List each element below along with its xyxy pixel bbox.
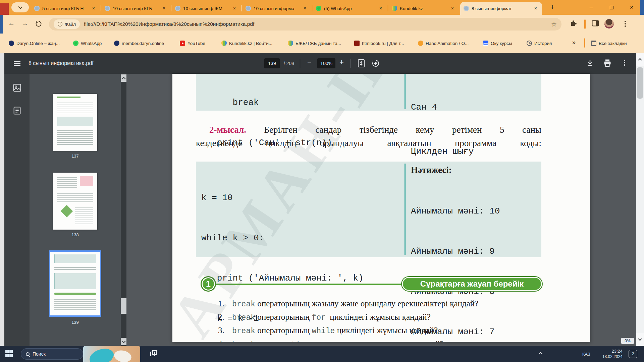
start-button[interactable] <box>5 350 13 358</box>
tab-active-pdf[interactable]: 8 сынып информат × <box>460 2 542 15</box>
bookmark-label: Оку курсы <box>491 41 512 46</box>
tab-2[interactable]: 10 сынып инф КГБ × <box>101 2 170 15</box>
tab-close-icon[interactable]: × <box>533 5 539 11</box>
bookmark-daryn[interactable]: Daryn.Online – жаң... <box>9 40 60 47</box>
bookmark-hand-animation[interactable]: Hand Animation / О... <box>418 40 469 47</box>
pdf-more-options-icon[interactable] <box>624 60 625 61</box>
bookmark-whatsapp[interactable]: WhatsApp <box>73 40 102 47</box>
zoom-level-input[interactable]: 100% <box>317 58 335 68</box>
tab-close-icon[interactable]: × <box>231 5 237 11</box>
file-chip-label: Файл <box>65 22 76 27</box>
code-block-divider <box>405 164 406 255</box>
question-4-clipped: 4.break және continue операторларының жұ… <box>218 340 443 342</box>
bookmark-oku-kursy[interactable]: Оку курсы <box>483 40 512 47</box>
bookmark-member-daryn[interactable]: member.daryn.online <box>114 40 164 47</box>
tab-4[interactable]: 10 сынып информа × <box>242 2 311 15</box>
browser-menu-icon[interactable] <box>625 21 626 22</box>
question-keyword: break <box>232 341 255 342</box>
tab-close-icon[interactable]: × <box>302 5 308 11</box>
extensions-icon[interactable] <box>570 20 577 27</box>
thumbnail-page-137[interactable] <box>53 94 97 151</box>
bookmark-history[interactable]: История <box>527 40 552 47</box>
tray-time[interactable]: 23:24 <box>600 349 623 354</box>
fit-to-page-icon[interactable] <box>357 59 366 68</box>
hand-icon <box>288 41 293 46</box>
page-number-input[interactable]: 139 <box>264 58 280 68</box>
print-icon[interactable] <box>603 59 612 67</box>
language-indicator[interactable]: КАЗ <box>582 352 590 357</box>
panel-scrollbar-thumb[interactable] <box>121 298 126 314</box>
bookmark-kundelik[interactable]: Kundelik.kz | Войти... <box>221 40 272 47</box>
tab-title: (5) WhatsApp <box>324 6 375 11</box>
pdf-menu-icon[interactable] <box>14 61 20 62</box>
bookmarks-bar: Daryn.Online – жаң... WhatsApp member.da… <box>0 34 644 53</box>
globe-favicon <box>34 6 40 11</box>
zoom-in-button[interactable]: + <box>339 58 344 67</box>
tab-close-icon[interactable]: × <box>161 5 167 11</box>
new-tab-button[interactable]: + <box>547 2 557 12</box>
back-button[interactable]: ← <box>8 19 15 27</box>
task-view-button[interactable] <box>150 350 158 358</box>
window-maximize-button[interactable] <box>603 0 620 15</box>
notification-center-button[interactable]: 2 <box>629 350 637 358</box>
question-keyword: while <box>312 327 335 336</box>
tab-3[interactable]: 10 сынып инф ЖМ × <box>172 2 241 15</box>
search-placeholder: Поиск <box>33 351 46 357</box>
panel-scroll-down-button[interactable] <box>121 338 126 345</box>
bookmark-star-icon[interactable]: ☆ <box>551 20 557 28</box>
thumbnail-preview <box>54 266 96 270</box>
tab-title: 8 сынып информат <box>472 6 530 11</box>
taskbar-search-box[interactable]: Поиск <box>21 348 83 360</box>
chevron-up-icon <box>638 58 642 62</box>
thumbnails-view-icon[interactable] <box>12 83 22 93</box>
thumbnail-label: 139 <box>30 320 121 325</box>
page-scroll-up-button[interactable] <box>636 53 644 66</box>
tab-kundelik[interactable]: Kundelik.kz × <box>388 2 459 15</box>
thumbnail-page-139-selected[interactable] <box>50 252 100 315</box>
tab-title: 5 сынып инф КГБ Н <box>42 6 88 11</box>
section-number-badge: 1 <box>201 276 216 292</box>
tab-search-button[interactable] <box>11 2 29 12</box>
window-minimize-button[interactable]: – <box>583 0 600 15</box>
bookmarks-overflow-icon[interactable]: » <box>572 39 576 46</box>
tab-close-icon[interactable]: × <box>91 5 97 11</box>
thumbnail-page-138[interactable] <box>53 173 97 230</box>
tab-whatsapp[interactable]: (5) WhatsApp × <box>313 2 387 15</box>
panel-scroll-up-button[interactable] <box>121 74 126 82</box>
bookmark-youtube[interactable]: YouTube <box>180 40 205 47</box>
page-scrollbar-thumb[interactable] <box>637 67 643 99</box>
zoom-out-button[interactable]: − <box>307 59 311 67</box>
reload-button[interactable] <box>35 20 42 27</box>
question-number: 4. <box>218 340 232 342</box>
file-chip[interactable]: Файл <box>54 19 80 29</box>
tray-date[interactable]: 13.02.2024 <box>598 354 623 359</box>
tab-close-icon[interactable]: × <box>449 5 455 11</box>
thumbnail-preview <box>57 129 93 146</box>
chevron-up-icon <box>539 352 542 356</box>
bookmark-htmlbook[interactable]: htmlbook.ru | Для т... <box>354 40 404 47</box>
download-icon[interactable] <box>586 59 594 67</box>
globe-favicon <box>246 6 251 11</box>
pdf-sidebar-strip <box>4 74 30 346</box>
page-scroll-down-button[interactable] <box>636 333 644 346</box>
info-icon <box>58 22 62 26</box>
url-field[interactable]: Файл file:///D:/КІТАП%20%20Информатика/8… <box>49 18 561 31</box>
photo-object <box>113 349 132 362</box>
photo-hand <box>88 346 116 362</box>
tab-title: Kundelik.kz <box>400 6 447 11</box>
profile-avatar[interactable] <box>604 19 614 28</box>
tab-1[interactable]: 5 сынып инф КГБ Н × <box>31 2 100 15</box>
window-close-button[interactable]: × <box>623 0 640 15</box>
all-bookmarks-button[interactable]: Все закладки <box>591 40 627 47</box>
tray-expand-button[interactable] <box>539 353 542 355</box>
bookmark-label: История <box>534 41 552 46</box>
document-outline-icon[interactable] <box>12 106 22 115</box>
rotate-icon[interactable] <box>371 59 380 68</box>
tab-close-icon[interactable]: × <box>378 5 384 11</box>
section-line <box>216 284 402 285</box>
bookmark-bzhb[interactable]: БЖБ/ТЖБ дайын та... <box>288 40 341 47</box>
pdf-toolbar: 8 сынып информатика.pdf 139 / 208 − 100%… <box>4 53 636 74</box>
whatsapp-icon <box>73 41 78 46</box>
forward-button[interactable]: → <box>21 19 28 27</box>
side-panel-icon[interactable] <box>592 20 599 27</box>
